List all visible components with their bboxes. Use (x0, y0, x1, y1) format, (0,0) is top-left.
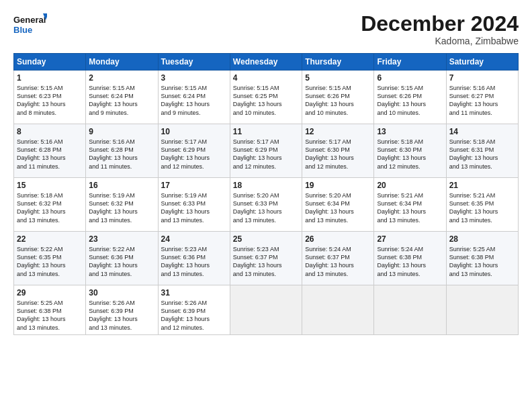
calendar-cell: 9Sunrise: 5:16 AM Sunset: 6:28 PM Daylig… (86, 124, 158, 178)
day-number: 29 (17, 288, 83, 298)
month-title: December 2024 (361, 12, 519, 36)
cell-content: Sunrise: 5:16 AM Sunset: 6:28 PM Dayligh… (89, 138, 154, 171)
calendar: SundayMondayTuesdayWednesdayThursdayFrid… (13, 53, 519, 335)
day-number: 20 (377, 181, 443, 190)
calendar-cell: 16Sunrise: 5:19 AM Sunset: 6:32 PM Dayli… (86, 178, 158, 232)
calendar-cell: 14Sunrise: 5:18 AM Sunset: 6:31 PM Dayli… (446, 124, 518, 178)
day-number: 11 (233, 127, 299, 136)
day-number: 14 (449, 127, 515, 136)
day-number: 3 (161, 73, 227, 83)
svg-text:General: General (13, 15, 46, 25)
header: General Blue December 2024 Kadoma, Zimba… (13, 12, 519, 46)
cell-content: Sunrise: 5:15 AM Sunset: 6:24 PM Dayligh… (89, 84, 154, 117)
cell-content: Sunrise: 5:18 AM Sunset: 6:32 PM Dayligh… (17, 191, 83, 224)
logo: General Blue (13, 12, 47, 38)
cell-content: Sunrise: 5:18 AM Sunset: 6:30 PM Dayligh… (377, 138, 443, 171)
cell-content: Sunrise: 5:16 AM Sunset: 6:27 PM Dayligh… (449, 84, 515, 117)
cell-content: Sunrise: 5:16 AM Sunset: 6:28 PM Dayligh… (17, 138, 83, 171)
calendar-cell: 22Sunrise: 5:22 AM Sunset: 6:35 PM Dayli… (14, 232, 86, 285)
calendar-cell: 12Sunrise: 5:17 AM Sunset: 6:30 PM Dayli… (302, 124, 374, 178)
day-number: 6 (377, 73, 443, 83)
calendar-cell: 3Sunrise: 5:15 AM Sunset: 6:24 PM Daylig… (158, 71, 230, 124)
calendar-cell (230, 285, 302, 335)
cell-content: Sunrise: 5:20 AM Sunset: 6:33 PM Dayligh… (233, 191, 299, 224)
day-number: 5 (305, 73, 371, 83)
calendar-cell: 28Sunrise: 5:25 AM Sunset: 6:38 PM Dayli… (446, 232, 518, 285)
day-number: 4 (233, 73, 299, 83)
logo-icon: General Blue (13, 12, 47, 38)
cell-content: Sunrise: 5:18 AM Sunset: 6:31 PM Dayligh… (449, 138, 515, 171)
day-number: 13 (377, 127, 443, 136)
cell-content: Sunrise: 5:20 AM Sunset: 6:34 PM Dayligh… (305, 191, 371, 224)
calendar-day-header: Tuesday (158, 54, 230, 71)
calendar-cell: 5Sunrise: 5:15 AM Sunset: 6:26 PM Daylig… (302, 71, 374, 124)
day-number: 22 (17, 234, 83, 244)
day-number: 21 (449, 181, 515, 190)
cell-content: Sunrise: 5:24 AM Sunset: 6:38 PM Dayligh… (377, 245, 443, 278)
calendar-cell (302, 285, 374, 335)
day-number: 18 (233, 181, 299, 190)
cell-content: Sunrise: 5:15 AM Sunset: 6:26 PM Dayligh… (305, 84, 371, 117)
day-number: 16 (89, 181, 154, 190)
day-number: 27 (377, 234, 443, 244)
calendar-cell: 13Sunrise: 5:18 AM Sunset: 6:30 PM Dayli… (374, 124, 446, 178)
cell-content: Sunrise: 5:21 AM Sunset: 6:34 PM Dayligh… (377, 191, 443, 224)
cell-content: Sunrise: 5:22 AM Sunset: 6:36 PM Dayligh… (89, 245, 154, 278)
cell-content: Sunrise: 5:21 AM Sunset: 6:35 PM Dayligh… (449, 191, 515, 224)
cell-content: Sunrise: 5:26 AM Sunset: 6:39 PM Dayligh… (89, 299, 154, 332)
day-number: 31 (161, 288, 227, 298)
page: General Blue December 2024 Kadoma, Zimba… (0, 0, 532, 411)
calendar-cell: 8Sunrise: 5:16 AM Sunset: 6:28 PM Daylig… (14, 124, 86, 178)
calendar-cell (446, 285, 518, 335)
day-number: 25 (233, 234, 299, 244)
calendar-cell: 6Sunrise: 5:15 AM Sunset: 6:26 PM Daylig… (374, 71, 446, 124)
day-number: 7 (449, 73, 515, 83)
cell-content: Sunrise: 5:15 AM Sunset: 6:23 PM Dayligh… (17, 84, 83, 117)
calendar-cell: 10Sunrise: 5:17 AM Sunset: 6:29 PM Dayli… (158, 124, 230, 178)
calendar-cell: 15Sunrise: 5:18 AM Sunset: 6:32 PM Dayli… (14, 178, 86, 232)
calendar-cell: 31Sunrise: 5:26 AM Sunset: 6:39 PM Dayli… (158, 285, 230, 335)
calendar-cell: 24Sunrise: 5:23 AM Sunset: 6:36 PM Dayli… (158, 232, 230, 285)
cell-content: Sunrise: 5:19 AM Sunset: 6:32 PM Dayligh… (89, 191, 154, 224)
calendar-cell: 11Sunrise: 5:17 AM Sunset: 6:29 PM Dayli… (230, 124, 302, 178)
day-number: 26 (305, 234, 371, 244)
cell-content: Sunrise: 5:25 AM Sunset: 6:38 PM Dayligh… (449, 245, 515, 278)
calendar-cell: 18Sunrise: 5:20 AM Sunset: 6:33 PM Dayli… (230, 178, 302, 232)
svg-text:Blue: Blue (13, 25, 32, 35)
calendar-day-header: Saturday (446, 54, 518, 71)
calendar-day-header: Sunday (14, 54, 86, 71)
cell-content: Sunrise: 5:25 AM Sunset: 6:38 PM Dayligh… (17, 299, 83, 332)
calendar-header-row: SundayMondayTuesdayWednesdayThursdayFrid… (14, 54, 519, 71)
calendar-cell: 30Sunrise: 5:26 AM Sunset: 6:39 PM Dayli… (86, 285, 158, 335)
cell-content: Sunrise: 5:23 AM Sunset: 6:37 PM Dayligh… (233, 245, 299, 278)
day-number: 1 (17, 73, 83, 83)
day-number: 23 (89, 234, 154, 244)
calendar-cell: 23Sunrise: 5:22 AM Sunset: 6:36 PM Dayli… (86, 232, 158, 285)
calendar-day-header: Monday (86, 54, 158, 71)
calendar-cell: 17Sunrise: 5:19 AM Sunset: 6:33 PM Dayli… (158, 178, 230, 232)
calendar-cell: 25Sunrise: 5:23 AM Sunset: 6:37 PM Dayli… (230, 232, 302, 285)
cell-content: Sunrise: 5:15 AM Sunset: 6:25 PM Dayligh… (233, 84, 299, 117)
day-number: 8 (17, 127, 83, 136)
cell-content: Sunrise: 5:22 AM Sunset: 6:35 PM Dayligh… (17, 245, 83, 278)
calendar-cell: 1Sunrise: 5:15 AM Sunset: 6:23 PM Daylig… (14, 71, 86, 124)
calendar-day-header: Wednesday (230, 54, 302, 71)
cell-content: Sunrise: 5:15 AM Sunset: 6:26 PM Dayligh… (377, 84, 443, 117)
day-number: 24 (161, 234, 227, 244)
calendar-cell: 27Sunrise: 5:24 AM Sunset: 6:38 PM Dayli… (374, 232, 446, 285)
cell-content: Sunrise: 5:17 AM Sunset: 6:29 PM Dayligh… (233, 138, 299, 171)
day-number: 10 (161, 127, 227, 136)
day-number: 17 (161, 181, 227, 190)
calendar-cell: 19Sunrise: 5:20 AM Sunset: 6:34 PM Dayli… (302, 178, 374, 232)
cell-content: Sunrise: 5:24 AM Sunset: 6:37 PM Dayligh… (305, 245, 371, 278)
cell-content: Sunrise: 5:17 AM Sunset: 6:29 PM Dayligh… (161, 138, 227, 171)
day-number: 2 (89, 73, 154, 83)
calendar-day-header: Friday (374, 54, 446, 71)
calendar-cell: 4Sunrise: 5:15 AM Sunset: 6:25 PM Daylig… (230, 71, 302, 124)
calendar-cell (374, 285, 446, 335)
cell-content: Sunrise: 5:15 AM Sunset: 6:24 PM Dayligh… (161, 84, 227, 117)
calendar-cell: 29Sunrise: 5:25 AM Sunset: 6:38 PM Dayli… (14, 285, 86, 335)
cell-content: Sunrise: 5:23 AM Sunset: 6:36 PM Dayligh… (161, 245, 227, 278)
day-number: 19 (305, 181, 371, 190)
day-number: 15 (17, 181, 83, 190)
